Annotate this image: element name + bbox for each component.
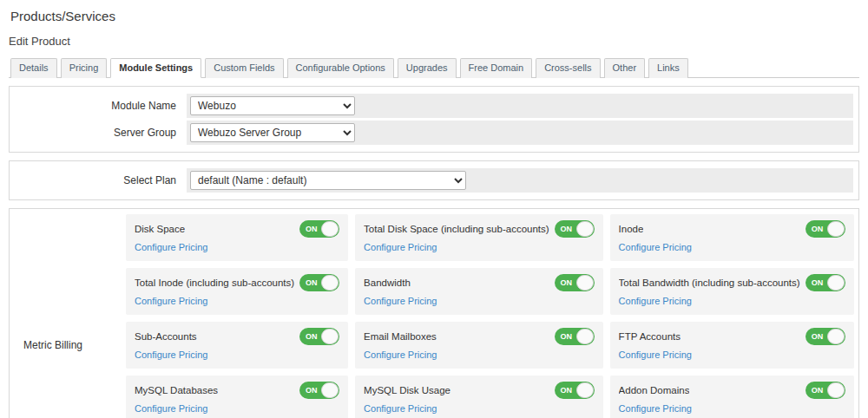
configure-pricing-link[interactable]: Configure Pricing [364,242,437,252]
configure-pricing-link[interactable]: Configure Pricing [135,296,207,306]
toggle-on-label: ON [561,278,573,288]
metric-name: Total Inode (including sub-accounts) [135,278,294,288]
module-name-row: Module Name Webuzo [15,94,853,118]
module-name-field-strip: Webuzo [187,94,853,118]
metric-card-total-inode-including-sub-accounts: Total Inode (including sub-accounts)ONCo… [126,268,348,315]
metric-name: Total Disk Space (including sub-accounts… [364,224,549,234]
toggle-on-label: ON [306,331,318,342]
server-group-row: Server Group Webuzo Server Group [15,121,853,145]
configure-pricing-link[interactable]: Configure Pricing [135,403,207,414]
metric-card-total-bandwidth-including-sub-accounts: Total Bandwidth (including sub-accounts)… [610,268,854,315]
select-plan-select[interactable]: default (Name : default) [190,171,466,190]
metric-toggle[interactable]: ON [806,328,845,345]
tab-cross-sells[interactable]: Cross-sells [536,58,600,78]
metric-toggle[interactable]: ON [299,220,339,238]
toggle-on-label: ON [812,385,824,395]
metric-name: FTP Accounts [619,331,681,342]
metric-card-email-mailboxes: Email MailboxesONConfigure Pricing [355,322,603,369]
configure-pricing-link[interactable]: Configure Pricing [364,349,437,360]
metric-toggle[interactable]: ON [806,382,845,399]
toggle-knob [827,382,845,398]
metric-toggle[interactable]: ON [555,382,595,399]
metric-head: Total Inode (including sub-accounts)ON [135,274,339,291]
metric-head: Sub-AccountsON [135,328,339,345]
toggle-knob [576,275,594,291]
metric-head: Total Disk Space (including sub-accounts… [364,220,595,238]
metric-name: Bandwidth [364,278,411,288]
metric-toggle[interactable]: ON [299,328,339,345]
metric-name: Email Mailboxes [364,331,437,342]
metric-head: BandwidthON [364,274,595,291]
server-group-select[interactable]: Webuzo Server Group [190,123,355,142]
toggle-on-label: ON [812,224,824,234]
metric-name: Sub-Accounts [135,331,197,342]
configure-pricing-link[interactable]: Configure Pricing [364,403,437,414]
metric-card-mysql-databases: MySQL DatabasesONConfigure Pricing [126,376,348,418]
metric-toggle[interactable]: ON [555,220,595,238]
configure-pricing-link[interactable]: Configure Pricing [619,242,692,252]
metric-name: MySQL Databases [135,385,218,395]
tab-upgrades[interactable]: Upgrades [398,58,457,78]
metric-card-disk-space: Disk SpaceONConfigure Pricing [126,214,348,261]
toggle-knob [321,382,339,398]
metric-grid: Disk SpaceONConfigure PricingTotal Disk … [126,214,854,418]
toggle-knob [321,275,339,291]
metric-card-total-disk-space-including-sub-accounts: Total Disk Space (including sub-accounts… [355,214,603,261]
tab-links[interactable]: Links [648,58,688,78]
page: Products/Services Edit Product DetailsPr… [0,0,868,418]
configure-pricing-link[interactable]: Configure Pricing [619,403,692,414]
metric-head: Addon DomainsON [619,382,845,399]
toggle-knob [576,221,594,237]
select-plan-field-strip: default (Name : default) [187,168,853,193]
metric-billing-panel: Metric Billing Disk SpaceONConfigure Pri… [9,208,859,418]
toggle-on-label: ON [306,385,318,395]
metric-toggle[interactable]: ON [806,220,845,238]
metric-head: InodeON [619,220,845,238]
metric-card-ftp-accounts: FTP AccountsONConfigure Pricing [610,322,854,369]
toggle-knob [321,221,339,237]
module-name-select[interactable]: Webuzo [190,96,355,115]
configure-pricing-link[interactable]: Configure Pricing [364,296,437,306]
toggle-knob [827,221,845,237]
toggle-on-label: ON [561,385,573,395]
configure-pricing-link[interactable]: Configure Pricing [619,296,692,306]
tab-bar: DetailsPricingModule SettingsCustom Fiel… [9,57,859,78]
toggle-on-label: ON [812,278,824,288]
tab-details[interactable]: Details [10,58,57,78]
metric-head: MySQL Disk UsageON [364,382,595,399]
metric-billing-label: Metric Billing [15,214,126,418]
page-subtitle: Edit Product [9,35,859,57]
toggle-on-label: ON [306,278,318,288]
metric-name: Disk Space [135,224,185,234]
metric-head: Email MailboxesON [364,328,595,345]
tab-configurable-options[interactable]: Configurable Options [287,58,394,78]
toggle-on-label: ON [561,224,573,234]
metric-card-sub-accounts: Sub-AccountsONConfigure Pricing [126,322,348,369]
tab-free-domain[interactable]: Free Domain [460,58,533,78]
tab-module-settings[interactable]: Module Settings [110,58,201,78]
metric-toggle[interactable]: ON [555,328,595,345]
configure-pricing-link[interactable]: Configure Pricing [135,349,207,360]
tab-other[interactable]: Other [604,58,646,78]
toggle-on-label: ON [812,331,824,342]
tab-custom-fields[interactable]: Custom Fields [205,58,283,78]
metric-name: Inode [619,224,644,234]
page-title: Products/Services [9,7,859,35]
select-plan-label: Select Plan [15,174,187,186]
toggle-knob [827,329,845,344]
toggle-on-label: ON [561,331,573,342]
metric-toggle[interactable]: ON [806,274,845,291]
metric-name: Total Bandwidth (including sub-accounts) [619,278,800,288]
module-name-label: Module Name [15,100,187,112]
configure-pricing-link[interactable]: Configure Pricing [619,349,692,360]
tab-pricing[interactable]: Pricing [61,58,108,78]
metric-toggle[interactable]: ON [555,274,595,291]
toggle-knob [321,329,339,344]
metric-head: Total Bandwidth (including sub-accounts)… [619,274,845,291]
server-group-field-strip: Webuzo Server Group [187,121,853,145]
metric-card-mysql-disk-usage: MySQL Disk UsageONConfigure Pricing [355,376,603,418]
metric-toggle[interactable]: ON [299,274,339,291]
configure-pricing-link[interactable]: Configure Pricing [135,242,207,252]
metric-card-addon-domains: Addon DomainsONConfigure Pricing [610,376,854,418]
metric-toggle[interactable]: ON [299,382,339,399]
